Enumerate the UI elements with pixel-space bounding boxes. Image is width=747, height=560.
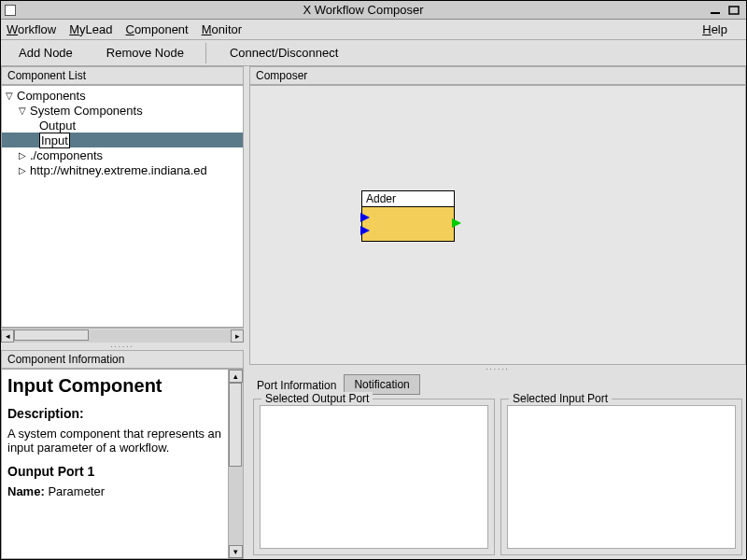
composer-title: Composer bbox=[249, 66, 746, 85]
vertical-splitter-right[interactable]: ······ bbox=[249, 365, 746, 372]
composer-canvas[interactable]: Adder bbox=[249, 85, 746, 365]
info-description-label: Description: bbox=[7, 406, 224, 421]
node-body[interactable] bbox=[362, 207, 454, 241]
selected-output-port-panel: Selected Output Port bbox=[253, 399, 495, 555]
collapse-icon[interactable]: ▷ bbox=[17, 165, 28, 175]
component-info-panel: Component Information Input Component De… bbox=[1, 350, 244, 559]
menu-help[interactable]: Help bbox=[702, 22, 727, 36]
minimize-button[interactable] bbox=[707, 4, 724, 17]
scroll-left-icon[interactable]: ◂ bbox=[1, 329, 14, 343]
app-window: X Workflow Composer Workflow MyLead Comp… bbox=[0, 0, 747, 560]
info-port-heading: Ounput Port 1 bbox=[7, 464, 224, 479]
menu-mylead[interactable]: MyLead bbox=[69, 22, 112, 36]
toolbar-separator bbox=[205, 43, 206, 63]
bottom-panel: Port Information Notification Selected O… bbox=[249, 372, 746, 559]
component-info-title: Component Information bbox=[1, 350, 244, 369]
menubar: Workflow MyLead Component Monitor Help bbox=[1, 20, 746, 40]
input-port-1[interactable] bbox=[360, 213, 370, 222]
composer-panel: Composer Adder ······ bbox=[249, 66, 746, 372]
maximize-button[interactable] bbox=[726, 4, 742, 17]
collapse-icon[interactable]: ▷ bbox=[17, 150, 28, 161]
node-adder[interactable]: Adder bbox=[361, 190, 455, 242]
menu-workflow[interactable]: Workflow bbox=[7, 22, 56, 36]
svg-rect-1 bbox=[729, 7, 739, 14]
selected-input-port-panel: Selected Input Port bbox=[500, 399, 742, 555]
menu-component[interactable]: Component bbox=[126, 22, 189, 36]
selected-output-port-content bbox=[260, 405, 488, 549]
info-description-text: A system component that represents an in… bbox=[7, 427, 224, 455]
scroll-up-icon[interactable]: ▴ bbox=[229, 370, 243, 383]
node-label: Adder bbox=[362, 191, 454, 207]
tree-components-dir[interactable]: ▷ ./components bbox=[2, 147, 243, 162]
remove-node-button[interactable]: Remove Node bbox=[91, 42, 200, 64]
scroll-thumb[interactable] bbox=[229, 383, 242, 467]
expand-icon[interactable]: ▽ bbox=[17, 105, 28, 116]
tree-horizontal-scrollbar[interactable]: ◂ ▸ bbox=[1, 328, 244, 343]
component-info-content: Input Component Description: A system co… bbox=[1, 369, 244, 559]
component-list-title: Component List bbox=[1, 66, 244, 85]
toolbar: Add Node Remove Node Connect/Disconnect bbox=[1, 40, 746, 66]
output-port-1[interactable] bbox=[452, 218, 461, 228]
selected-input-port-label: Selected Input Port bbox=[509, 392, 612, 405]
tree-leaf-output[interactable]: Output bbox=[2, 118, 243, 133]
scroll-right-icon[interactable]: ▸ bbox=[231, 329, 244, 343]
scroll-thumb[interactable] bbox=[14, 329, 89, 341]
info-vertical-scrollbar[interactable]: ▴ ▾ bbox=[228, 370, 243, 558]
tree-leaf-input[interactable]: Input bbox=[2, 133, 243, 147]
input-port-2[interactable] bbox=[360, 226, 370, 235]
component-list-panel: Component List ▽ Components ▽ System Com… bbox=[1, 66, 244, 350]
tree-system-components[interactable]: ▽ System Components bbox=[2, 103, 243, 118]
selected-input-port-content bbox=[507, 405, 736, 549]
component-tree[interactable]: ▽ Components ▽ System Components Output … bbox=[1, 85, 244, 328]
vertical-splitter[interactable]: ······ bbox=[1, 343, 244, 350]
menu-monitor[interactable]: Monitor bbox=[202, 22, 242, 36]
window-title: X Workflow Composer bbox=[21, 3, 705, 17]
connect-disconnect-button[interactable]: Connect/Disconnect bbox=[214, 42, 354, 64]
expand-icon[interactable]: ▽ bbox=[4, 91, 15, 101]
info-heading: Input Component bbox=[7, 375, 224, 397]
tree-root[interactable]: ▽ Components bbox=[2, 88, 243, 103]
tree-url-source[interactable]: ▷ http://whitney.extreme.indiana.ed bbox=[2, 162, 243, 177]
selected-output-port-label: Selected Output Port bbox=[261, 392, 373, 405]
system-menu-icon[interactable] bbox=[5, 5, 16, 16]
scroll-down-icon[interactable]: ▾ bbox=[229, 545, 243, 558]
titlebar: X Workflow Composer bbox=[1, 1, 746, 20]
add-node-button[interactable]: Add Node bbox=[3, 42, 89, 64]
info-port-name: Name: Parameter bbox=[7, 484, 224, 498]
